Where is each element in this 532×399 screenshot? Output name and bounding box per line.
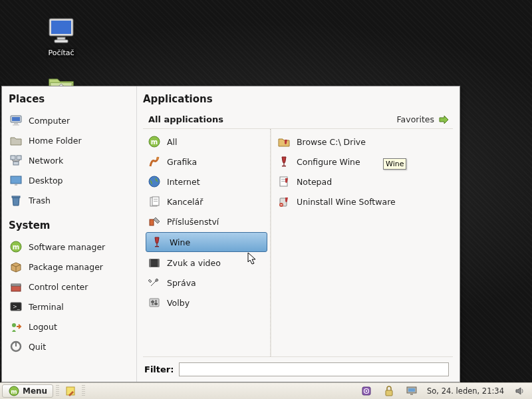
tray-icon-lock[interactable] [379, 383, 399, 399]
app-browse-c[interactable]: Browse C:\ Drive [273, 132, 452, 152]
svg-rect-46 [281, 181, 286, 182]
menu-item-label: Quit [29, 342, 46, 352]
svg-rect-59 [410, 394, 413, 395]
category-internet[interactable]: Internet [143, 172, 270, 192]
svg-rect-7 [13, 124, 19, 126]
places-computer[interactable]: Computer [9, 110, 134, 130]
system-package-manager[interactable]: Package manager [9, 257, 134, 277]
wine-icon [150, 235, 164, 249]
menu-item-label: Desktop [29, 176, 63, 186]
svg-rect-6 [14, 123, 18, 124]
toolbox-icon [9, 280, 23, 293]
category-label: Wine [170, 237, 190, 247]
menu-item-label: Home Folder [29, 136, 82, 146]
svg-point-25 [156, 157, 159, 160]
app-uninstall-wine[interactable]: Uninstall Wine Software [273, 192, 452, 211]
panel-clock[interactable]: So, 24. leden, 21:34 [424, 386, 507, 396]
package-icon [9, 260, 23, 273]
svg-rect-34 [150, 259, 159, 267]
places-network[interactable]: Network [9, 150, 134, 170]
app-label: Configure Wine [297, 157, 360, 167]
menu-item-label: Network [29, 156, 63, 166]
mint-icon: m [147, 135, 162, 148]
svg-rect-8 [11, 156, 15, 160]
places-heading: Places [9, 93, 134, 105]
trash-icon [9, 194, 23, 207]
menu-item-label: Computer [29, 116, 70, 126]
system-software-manager[interactable]: m Software manager [9, 237, 134, 257]
app-notepad[interactable]: Notepad [273, 172, 452, 192]
svg-rect-35 [150, 259, 151, 267]
application-list: Browse C:\ Drive Configure Wine Notepad … [271, 129, 453, 356]
svg-text:m: m [11, 388, 17, 395]
menu-left-pane: Places Computer Home Folder Network Desk… [2, 86, 136, 382]
svg-rect-9 [17, 156, 21, 160]
svg-point-20 [12, 323, 16, 327]
graphics-icon [147, 155, 162, 168]
system-logout[interactable]: Logout [9, 317, 134, 336]
desktop-icon [9, 174, 23, 187]
tray-icon-1[interactable] [356, 383, 376, 399]
tray-icon-display[interactable] [402, 383, 422, 399]
places-desktop[interactable]: Desktop [9, 170, 134, 190]
system-quit[interactable]: Quit [9, 336, 134, 356]
category-sprava[interactable]: Správa [143, 273, 270, 293]
category-prislusenstvi[interactable]: Příslušenství [143, 211, 270, 231]
display-icon [406, 385, 418, 397]
category-all[interactable]: m All [143, 132, 270, 152]
svg-rect-3 [55, 40, 68, 43]
svg-rect-2 [57, 37, 65, 40]
apps-header: All applications Favorites [143, 114, 453, 128]
arrow-right-icon [438, 115, 449, 124]
svg-rect-13 [12, 196, 20, 198]
system-heading: System [9, 219, 134, 231]
filter-row: Filter: [143, 357, 453, 376]
category-zvuk-video[interactable]: Zvuk a video [143, 253, 270, 273]
mint-icon: m [8, 385, 20, 397]
svg-text:m: m [151, 138, 158, 146]
category-kancelar[interactable]: Kancelář [143, 192, 270, 211]
svg-rect-12 [15, 184, 17, 186]
menu-item-label: Terminal [29, 302, 64, 312]
menu-item-label: Control center [29, 282, 88, 292]
svg-rect-31 [150, 219, 154, 225]
menu-button[interactable]: m Menu [2, 384, 53, 398]
category-volby[interactable]: Volby [143, 293, 270, 313]
tray-icon-volume[interactable] [509, 383, 529, 399]
category-label: Zvuk a video [167, 258, 221, 268]
system-terminal[interactable]: >_ Terminal [9, 297, 134, 317]
menu-item-label: Software manager [29, 242, 105, 252]
svg-rect-17 [11, 284, 21, 286]
svg-rect-40 [151, 301, 154, 303]
wine-icon [277, 155, 291, 168]
category-wine[interactable]: Wine [146, 232, 267, 252]
places-trash[interactable]: Trash [9, 190, 134, 210]
svg-rect-45 [281, 179, 286, 180]
svg-rect-30 [154, 201, 158, 201]
terminal-icon: >_ [9, 300, 23, 313]
globe-icon [147, 175, 162, 188]
svg-rect-58 [408, 388, 415, 392]
svg-rect-32 [156, 243, 157, 246]
favorites-label: Favorites [397, 114, 434, 124]
favorites-link[interactable]: Favorites [397, 114, 449, 124]
category-label: Grafika [167, 157, 197, 167]
system-control-center[interactable]: Control center [9, 277, 134, 297]
places-home[interactable]: Home Folder [9, 130, 134, 150]
menu-item-label: Trash [29, 196, 51, 205]
app-configure-wine[interactable]: Configure Wine [273, 152, 452, 172]
wine-uninstall-icon [277, 195, 291, 208]
filter-input[interactable] [179, 362, 449, 376]
category-grafika[interactable]: Grafika [143, 152, 270, 172]
app-label: Notepad [297, 177, 332, 187]
svg-rect-29 [154, 199, 158, 200]
applications-heading: Applications [143, 93, 453, 105]
all-applications-label: All applications [148, 114, 223, 124]
category-label: Internet [167, 177, 200, 187]
note-icon [65, 385, 76, 397]
office-icon [147, 195, 162, 208]
category-list: m All Grafika Internet Kancelář Př [143, 129, 271, 356]
desktop-icon-computer[interactable]: Počítač [35, 15, 88, 58]
panel-launcher-notes[interactable] [61, 383, 80, 399]
category-label: Příslušenství [167, 217, 219, 227]
